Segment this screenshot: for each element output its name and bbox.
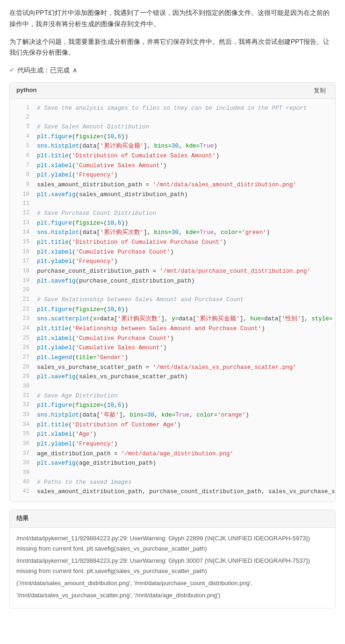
line-number: 4: [16, 132, 29, 142]
line-number: 5: [16, 142, 29, 151]
line-number: 33: [16, 410, 29, 420]
line-number: 39: [16, 468, 29, 478]
line-content: plt.savefig(sales_vs_purchase_scatter_pa…: [37, 372, 329, 382]
code-line: 18purchase_count_distribution_path = '/m…: [10, 267, 335, 276]
code-line: 1# Save the analysis images to files so …: [10, 104, 335, 113]
line-content: plt.legend(title='Gender'): [37, 353, 329, 363]
line-content: plt.figure(figsize=(10,6)): [37, 305, 329, 315]
line-content: sns.histplot(data['累计购买金额'], bins=30, kd…: [37, 142, 329, 151]
line-content: plt.ylabel('Frequency'): [37, 439, 329, 449]
line-number: 34: [16, 420, 29, 430]
line-content: plt.title('Distribution of Cumulative Pu…: [37, 238, 329, 248]
line-number: 7: [16, 161, 29, 171]
line-number: 18: [16, 267, 29, 276]
line-number: 41: [16, 487, 29, 497]
code-line: 17plt.ylabel('Frequency'): [10, 257, 335, 267]
code-line: 5sns.histplot(data['累计购买金额'], bins=30, k…: [10, 142, 335, 151]
line-content: plt.figure(figsize=(10,6)): [37, 401, 329, 410]
intro-para2: 为了解决这个问题，我需要重新生成分析图像，并将它们保存到文件中。然后，我将再次尝…: [9, 36, 336, 59]
code-line: 2: [10, 113, 335, 122]
line-content: plt.ylabel('Frequency'): [37, 257, 329, 267]
line-content: plt.xlabel('Cumulative Purchase Count'): [37, 248, 329, 257]
line-number: 20: [16, 286, 29, 295]
line-number: 21: [16, 295, 29, 305]
result-body: /mnt/data/ipykernel_11/929884223.py:29: …: [10, 528, 335, 609]
line-number: 16: [16, 248, 29, 257]
result-line: /mnt/data/ipykernel_11/929884223.py:29: …: [16, 556, 329, 576]
line-content: plt.ylabel('Frequency'): [37, 170, 329, 180]
line-number: 17: [16, 257, 29, 267]
line-content: age_distribution_path = '/mnt/data/age_d…: [37, 449, 329, 459]
line-content: plt.figure(figsize=(10,6)): [37, 132, 329, 142]
code-line: 40# Paths to the saved images: [10, 478, 335, 488]
line-number: 26: [16, 343, 29, 353]
line-content: plt.xlabel('Age'): [37, 430, 329, 439]
code-line: 30: [10, 382, 335, 391]
line-content: plt.figure(figsize=(10,6)): [37, 219, 329, 228]
code-line: 32plt.figure(figsize=(10,6)): [10, 401, 335, 410]
code-line: 25plt.xlabel('Cumulative Purchase Count'…: [10, 334, 335, 344]
intro-para1: 在尝试向PPT幻灯片中添加图像时，我遇到了一个错误，因为找不到指定的图像文件。这…: [9, 7, 336, 30]
line-number: 11: [16, 199, 29, 209]
result-section: 结果 /mnt/data/ipykernel_11/929884223.py:2…: [9, 510, 336, 609]
code-line: 39: [10, 468, 335, 478]
code-line: 10plt.savefig(sales_amount_distribution_…: [10, 190, 335, 200]
line-number: 8: [16, 170, 29, 180]
code-line: 12# Save Purchase Count Distribution: [10, 209, 335, 219]
code-line: 3# Save Sales Amount Distribution: [10, 122, 335, 132]
line-number: 12: [16, 209, 29, 219]
code-line: 21# Save Relationship between Sales Amou…: [10, 295, 335, 305]
code-line: 11: [10, 199, 335, 209]
line-number: 1: [16, 104, 29, 113]
line-content: plt.xlabel('Cumulative Purchase Count'): [37, 334, 329, 344]
line-number: 35: [16, 430, 29, 439]
line-content: [37, 286, 329, 295]
line-number: 19: [16, 276, 29, 286]
result-line: ('/mnt/data/sales_amount_distribution.pn…: [16, 578, 329, 588]
line-content: sns.scatterplot(x=data['累计购买次数'], y=data…: [37, 314, 332, 324]
code-line: 7plt.xlabel('Cumulative Sales Amount'): [10, 161, 335, 171]
status-line: ✓ 代码生成：已完成 ∧: [9, 65, 336, 75]
code-line: 34plt.title('Distribution of Customer Ag…: [10, 420, 335, 430]
code-line: 23sns.scatterplot(x=data['累计购买次数'], y=da…: [10, 314, 335, 324]
line-number: 38: [16, 459, 29, 468]
line-content: plt.savefig(age_distribution_path): [37, 459, 329, 468]
code-line: 16plt.xlabel('Cumulative Purchase Count'…: [10, 248, 335, 257]
line-content: plt.savefig(purchase_count_distribution_…: [37, 276, 329, 286]
code-line: 4plt.figure(figsize=(10,6)): [10, 132, 335, 142]
line-content: plt.title('Distribution of Customer Age'…: [37, 420, 329, 430]
line-content: # Save Purchase Count Distribution: [37, 209, 329, 219]
line-content: purchase_count_distribution_path = '/mnt…: [37, 267, 329, 276]
code-header: python 复制: [10, 83, 335, 99]
line-number: 24: [16, 324, 29, 334]
code-line: 26plt.ylabel('Cumulative Sales Amount'): [10, 343, 335, 353]
copy-button[interactable]: 复制: [311, 85, 329, 96]
line-number: 22: [16, 305, 29, 315]
code-line: 38plt.savefig(age_distribution_path): [10, 459, 335, 468]
result-line: /mnt/data/ipykernel_11/929884223.py:29: …: [16, 533, 329, 554]
code-area[interactable]: 1# Save the analysis images to files so …: [10, 99, 335, 502]
line-number: 27: [16, 353, 29, 363]
code-line: 22plt.figure(figsize=(10,6)): [10, 305, 335, 315]
line-number: 37: [16, 449, 29, 459]
line-number: 13: [16, 219, 29, 228]
line-content: sns.histplot(data['年龄'], bins=30, kde=Tr…: [37, 410, 329, 420]
line-number: 31: [16, 391, 29, 401]
line-number: 32: [16, 401, 29, 410]
line-number: 9: [16, 180, 29, 190]
code-line: 24plt.title('Relationship between Sales …: [10, 324, 335, 334]
line-number: 36: [16, 439, 29, 449]
code-line: 6plt.title('Distribution of Cumulative S…: [10, 151, 335, 161]
line-content: # Paths to the saved images: [37, 478, 329, 488]
line-number: 25: [16, 334, 29, 344]
check-icon: ✓: [9, 65, 14, 75]
line-content: plt.savefig(sales_amount_distribution_pa…: [37, 190, 329, 200]
line-content: sales_amount_distribution_path = '/mnt/d…: [37, 180, 329, 190]
code-line: 29plt.savefig(sales_vs_purchase_scatter_…: [10, 372, 335, 382]
line-content: # Save the analysis images to files so t…: [37, 104, 329, 113]
code-language: python: [16, 85, 36, 95]
result-header: 结果: [10, 510, 335, 528]
line-content: [37, 468, 329, 478]
line-number: 2: [16, 113, 29, 122]
code-line: 27plt.legend(title='Gender'): [10, 353, 335, 363]
